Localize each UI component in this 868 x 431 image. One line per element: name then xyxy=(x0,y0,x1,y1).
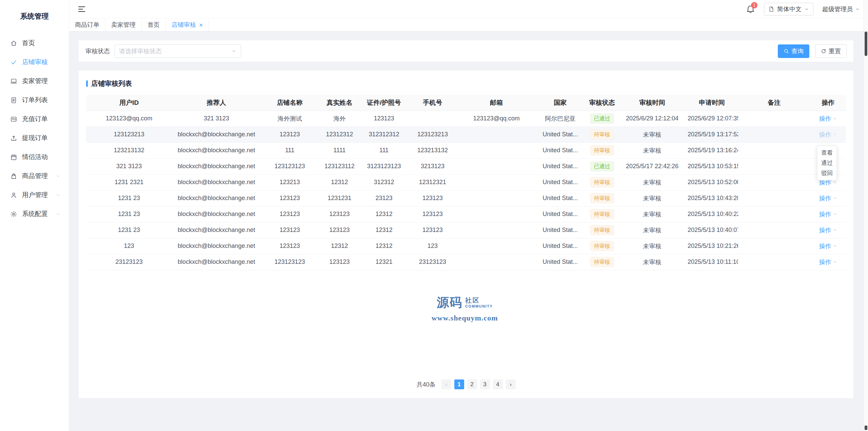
sidebar-item-label: 提现订单 xyxy=(22,134,48,142)
column-header: 国家 xyxy=(535,95,585,111)
cell-referrer: blockxch@blockxchange.net xyxy=(172,142,261,158)
cell-remark xyxy=(738,174,810,190)
watermark-brand-large: 源码 xyxy=(437,294,462,311)
cell-referrer: blockxch@blockxchange.net xyxy=(172,238,261,254)
sidebar-item-4[interactable]: 订单列表 xyxy=(0,91,69,110)
cell-remark xyxy=(738,238,810,254)
refresh-icon xyxy=(821,48,826,54)
sidebar-item-1[interactable]: 首页 xyxy=(0,34,69,53)
next-page-button[interactable]: › xyxy=(506,379,516,389)
close-icon[interactable]: × xyxy=(199,22,203,28)
chevron-down-icon xyxy=(231,48,236,54)
sidebar-item-9[interactable]: 用户管理 xyxy=(0,185,69,204)
cell-country: United Stat... xyxy=(535,142,585,158)
action-label: 操作 xyxy=(819,226,831,234)
filter-actions: 查询 重置 xyxy=(778,44,847,58)
page-button-2[interactable]: 2 xyxy=(467,379,477,389)
language-selector[interactable]: 简体中文 xyxy=(764,3,813,16)
status-badge: 待审核 xyxy=(590,257,614,267)
row-action-dropdown[interactable]: 操作 xyxy=(819,210,837,218)
sidebar-item-label: 商品管理 xyxy=(22,172,48,180)
cell-phone: 123213132 xyxy=(408,142,458,158)
column-header: 申请时间 xyxy=(686,95,738,111)
cell-email xyxy=(458,126,535,142)
table-body: 123123@qq.com321 3123海外测试海外123123123123@… xyxy=(86,111,846,270)
cell-audit_time: 未审核 xyxy=(619,126,686,142)
cell-id_number: 312312312 xyxy=(360,126,408,142)
page-button-3[interactable]: 3 xyxy=(480,379,490,389)
cell-action: 操作 xyxy=(810,111,846,126)
scrollbar-thumb[interactable] xyxy=(865,32,867,56)
action-menu-item-2[interactable]: 通过 xyxy=(817,158,836,168)
cell-referrer: blockxch@blockxchange.net xyxy=(172,190,261,206)
page-button-1[interactable]: 1 xyxy=(454,379,464,389)
cell-email: 123123@qq.com xyxy=(458,111,535,126)
action-menu-item-3[interactable]: 驳回 xyxy=(817,168,836,178)
sidebar-item-2[interactable]: 店铺审核 xyxy=(0,53,69,72)
action-label: 操作 xyxy=(819,258,831,266)
reset-button[interactable]: 重置 xyxy=(815,44,847,58)
chevron-down-icon xyxy=(833,196,837,200)
row-action-dropdown[interactable]: 操作 xyxy=(819,115,837,123)
status-badge: 待审核 xyxy=(590,209,614,219)
cell-referrer: 321 3123 xyxy=(172,111,261,126)
cell-status: 待审核 xyxy=(585,238,619,254)
status-badge: 待审核 xyxy=(590,145,614,155)
cell-id_number: 111 xyxy=(360,142,408,158)
topbar: 1 简体中文 超级管理员 xyxy=(69,0,868,18)
table-row: 123213132blockxch@blockxchange.net111111… xyxy=(86,142,846,158)
table-row: 123123@qq.com321 3123海外测试海外123123123123@… xyxy=(86,111,846,126)
query-button[interactable]: 查询 xyxy=(778,44,809,58)
watermark-logo: 源码 社区 COMMUNITY xyxy=(432,294,498,311)
cell-action: 操作 xyxy=(810,238,846,254)
row-action-dropdown[interactable]: 操作 xyxy=(819,258,837,266)
cell-status: 待审核 xyxy=(585,190,619,206)
audit-status-select[interactable]: 请选择审核状态 xyxy=(114,44,241,58)
sidebar-item-3[interactable]: 卖家管理 xyxy=(0,72,69,91)
row-action-dropdown[interactable]: 操作 xyxy=(819,131,837,139)
cell-shop_name: 123123 xyxy=(261,206,318,222)
sidebar-item-7[interactable]: 情侣活动 xyxy=(0,148,69,166)
row-action-dropdown[interactable]: 操作 xyxy=(819,226,837,234)
cell-apply_time: 2025/5/19 13:17:52 xyxy=(686,126,738,142)
watermark-brand-en: COMMUNITY xyxy=(465,305,493,308)
cell-action: 操作 xyxy=(810,254,846,270)
table-row: 1231 2321blockxch@blockxchange.net123213… xyxy=(86,174,846,190)
cell-shop_name: 111 xyxy=(261,142,318,158)
tabbar: 商品订单卖家管理首页店铺审核× xyxy=(69,18,868,32)
tab-1[interactable]: 商品订单 xyxy=(69,18,105,31)
tab-2[interactable]: 卖家管理 xyxy=(105,18,142,31)
cell-status: 已通过 xyxy=(585,111,619,126)
page-button-4[interactable]: 4 xyxy=(493,379,503,389)
scrollbar-down-button[interactable] xyxy=(865,426,867,430)
action-label: 操作 xyxy=(819,115,831,123)
row-action-dropdown[interactable]: 操作 xyxy=(819,194,837,202)
user-menu[interactable]: 超级管理员 xyxy=(822,5,860,13)
tab-3[interactable]: 首页 xyxy=(142,18,166,31)
row-action-dropdown[interactable]: 操作 xyxy=(819,242,837,250)
cell-referrer: blockxch@blockxchange.net xyxy=(172,254,261,270)
sidebar-item-label: 充值订单 xyxy=(22,115,48,123)
sidebar-item-label: 情侣活动 xyxy=(22,153,48,161)
action-menu-item-1[interactable]: 查看 xyxy=(817,148,836,158)
prev-page-button[interactable]: ‹ xyxy=(441,379,451,389)
cell-id_number: 12312 xyxy=(360,206,408,222)
action-label: 操作 xyxy=(819,210,831,218)
cell-real_name: 12312 xyxy=(319,238,360,254)
sidebar-item-6[interactable]: 提现订单 xyxy=(0,129,69,148)
cell-country: United Stat... xyxy=(535,158,585,174)
cell-apply_time: 2025/5/13 10:21:26 xyxy=(686,238,738,254)
scrollbar[interactable] xyxy=(864,0,868,431)
cell-shop_name: 123123123 xyxy=(261,158,318,174)
cell-audit_time: 2025/5/17 22:42:26 xyxy=(619,158,686,174)
menu-toggle-icon[interactable] xyxy=(77,5,86,14)
column-header: 店铺名称 xyxy=(261,95,318,111)
sidebar-item-10[interactable]: 系统配置 xyxy=(0,204,69,223)
sidebar-item-8[interactable]: 商品管理 xyxy=(0,166,69,185)
tab-4[interactable]: 店铺审核× xyxy=(166,18,209,31)
notification-bell[interactable]: 1 xyxy=(746,4,755,14)
sidebar-item-5[interactable]: 充值订单 xyxy=(0,110,69,129)
cell-shop_name: 123123 xyxy=(261,126,318,142)
column-header: 用户ID xyxy=(86,95,172,111)
cell-real_name: 123123 xyxy=(319,254,360,270)
